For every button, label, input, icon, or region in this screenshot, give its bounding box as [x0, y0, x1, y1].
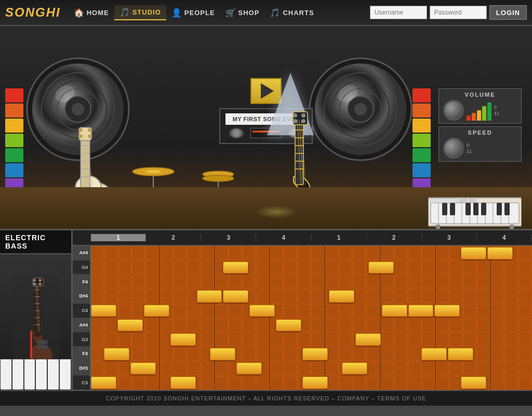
grid-cell-9-14[interactable]	[284, 375, 297, 389]
grid-cell-3-28[interactable]	[477, 289, 491, 303]
grid-cell-1-9[interactable]	[215, 261, 229, 275]
grid-cell-9-28[interactable]	[477, 375, 491, 389]
grid-cell-2-16[interactable]	[311, 275, 325, 289]
grid-cell-1-0[interactable]	[91, 261, 104, 275]
grid-cell-7-10[interactable]	[229, 347, 242, 361]
grid-cell-8-7[interactable]	[187, 361, 201, 375]
nav-people[interactable]: 👤 PEOPLE	[166, 6, 220, 20]
grid-cell-4-11[interactable]	[242, 304, 256, 318]
grid-cell-4-8[interactable]	[201, 304, 215, 318]
grid-cell-0-25[interactable]	[436, 246, 449, 260]
grid-cell-9-18[interactable]	[339, 375, 353, 389]
grid-cell-2-20[interactable]	[366, 275, 380, 289]
grid-cell-9-27[interactable]	[463, 375, 476, 389]
grid-cell-6-21[interactable]	[381, 332, 394, 346]
grid-cell-0-21[interactable]	[381, 246, 394, 260]
nav-charts[interactable]: 🎵 CHARTS	[264, 6, 319, 20]
grid-cell-8-5[interactable]	[160, 361, 174, 375]
grid-cell-1-18[interactable]	[339, 261, 353, 275]
grid-cell-7-14[interactable]	[284, 347, 297, 361]
grid-cell-8-25[interactable]	[436, 361, 449, 375]
grid-cell-4-20[interactable]	[366, 304, 380, 318]
grid-cell-3-18[interactable]	[339, 289, 353, 303]
grid-cell-2-28[interactable]	[477, 275, 491, 289]
grid-cell-7-8[interactable]	[201, 347, 215, 361]
grid-cell-5-10[interactable]	[229, 318, 242, 332]
grid-cell-6-20[interactable]	[366, 332, 380, 346]
grid-cell-5-1[interactable]	[104, 318, 118, 332]
speed-knob[interactable]	[443, 138, 464, 159]
grid-cell-0-27[interactable]	[463, 246, 476, 260]
grid-cell-7-27[interactable]	[463, 347, 476, 361]
grid-cell-3-16[interactable]	[311, 289, 325, 303]
grid-cell-4-19[interactable]	[353, 304, 366, 318]
grid-cell-9-22[interactable]	[394, 375, 408, 389]
grid-cell-1-26[interactable]	[449, 261, 463, 275]
grid-cell-9-0[interactable]	[91, 375, 104, 389]
grid-cell-3-6[interactable]	[174, 289, 187, 303]
grid-cell-4-7[interactable]	[187, 304, 201, 318]
grid-cell-1-5[interactable]	[160, 261, 174, 275]
grid-cell-0-28[interactable]	[477, 246, 491, 260]
grid-cell-9-17[interactable]	[325, 375, 339, 389]
grid-cell-2-15[interactable]	[298, 275, 311, 289]
grid-cell-6-7[interactable]	[187, 332, 201, 346]
grid-cell-6-11[interactable]	[242, 332, 256, 346]
grid-cell-3-13[interactable]	[270, 289, 284, 303]
grid-cell-4-23[interactable]	[408, 304, 421, 318]
grid-cell-0-9[interactable]	[215, 246, 229, 260]
grid-cell-8-6[interactable]	[174, 361, 187, 375]
grid-cell-2-11[interactable]	[242, 275, 256, 289]
grid-cell-5-18[interactable]	[339, 318, 353, 332]
grid-cell-8-8[interactable]	[201, 361, 215, 375]
grid-cell-2-1[interactable]	[104, 275, 118, 289]
grid-cell-7-1[interactable]	[104, 347, 118, 361]
grid-cell-7-4[interactable]	[145, 347, 159, 361]
grid-cell-8-1[interactable]	[104, 361, 118, 375]
grid-cell-4-21[interactable]	[381, 304, 394, 318]
piano-key-white[interactable]	[24, 359, 36, 390]
grid-cell-5-27[interactable]	[463, 318, 476, 332]
grid-cell-1-17[interactable]	[325, 261, 339, 275]
grid-cell-4-22[interactable]	[394, 304, 408, 318]
grid-cell-0-2[interactable]	[118, 246, 132, 260]
grid-cell-7-6[interactable]	[174, 347, 187, 361]
grid-cell-9-8[interactable]	[201, 375, 215, 389]
grid-cell-4-25[interactable]	[436, 304, 449, 318]
grid-cell-0-5[interactable]	[160, 246, 174, 260]
grid-cell-4-4[interactable]	[145, 304, 159, 318]
grid-cell-1-19[interactable]	[353, 261, 366, 275]
grid-cell-6-6[interactable]	[174, 332, 187, 346]
grid-cell-6-17[interactable]	[325, 332, 339, 346]
grid-cell-7-9[interactable]	[215, 347, 229, 361]
grid-cell-8-13[interactable]	[270, 361, 284, 375]
grid-cell-2-5[interactable]	[160, 275, 174, 289]
grid-cell-8-29[interactable]	[491, 361, 504, 375]
grid-cell-7-26[interactable]	[449, 347, 463, 361]
grid-cell-5-2[interactable]	[118, 318, 132, 332]
grid-cell-3-20[interactable]	[366, 289, 380, 303]
grid-cell-9-1[interactable]	[104, 375, 118, 389]
grid-cell-6-31[interactable]	[518, 332, 532, 346]
grid-cell-0-20[interactable]	[366, 246, 380, 260]
grid-cell-7-28[interactable]	[477, 347, 491, 361]
grid-cell-0-6[interactable]	[174, 246, 187, 260]
grid-cell-6-24[interactable]	[422, 332, 436, 346]
grid-cell-5-30[interactable]	[504, 318, 518, 332]
grid-cell-8-28[interactable]	[477, 361, 491, 375]
grid-cell-7-24[interactable]	[422, 347, 436, 361]
grid-cell-3-23[interactable]	[408, 289, 421, 303]
grid-cell-2-6[interactable]	[174, 275, 187, 289]
grid-cell-6-12[interactable]	[256, 332, 270, 346]
grid-cell-3-0[interactable]	[91, 289, 104, 303]
grid-cell-7-3[interactable]	[132, 347, 145, 361]
grid-cell-8-23[interactable]	[408, 361, 421, 375]
grid-cell-9-19[interactable]	[353, 375, 366, 389]
grid-cell-6-2[interactable]	[118, 332, 132, 346]
grid-cell-4-30[interactable]	[504, 304, 518, 318]
grid-cell-8-24[interactable]	[422, 361, 436, 375]
grid-cell-2-12[interactable]	[256, 275, 270, 289]
grid-cell-8-19[interactable]	[353, 361, 366, 375]
grid-cell-1-29[interactable]	[491, 261, 504, 275]
grid-cell-2-13[interactable]	[270, 275, 284, 289]
